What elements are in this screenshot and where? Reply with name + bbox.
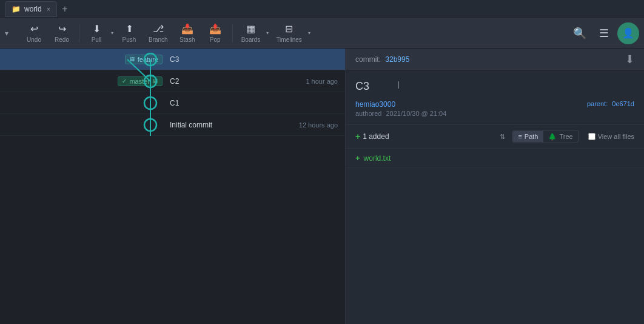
file-list: + world.txt <box>346 149 644 168</box>
timelines-label: Timelines <box>276 36 301 43</box>
redo-button[interactable]: ↪ Redo <box>49 20 75 47</box>
pull-icon: ⬇ <box>93 23 101 35</box>
commit-row-c3[interactable]: 🖥 feature C3 <box>0 49 345 70</box>
parent-hash: 0e671d <box>612 100 634 107</box>
search-icon: 🔍 <box>573 27 586 40</box>
commit-hash-label: commit: 32b995 <box>355 55 409 64</box>
parent-label: parent: <box>587 100 608 107</box>
master-computer-icon: 🖥 <box>152 78 158 84</box>
main-content: 🖥 feature C3 ✓ master 🖥 <box>0 49 644 324</box>
commit-message-c2: C2 <box>170 77 301 86</box>
pop-button[interactable]: 📤 Pop <box>202 20 229 47</box>
timelines-dropdown-arrow[interactable]: ▾ <box>307 20 312 47</box>
title-bar: 📁 world × + <box>0 0 644 18</box>
authored-label: authored <box>355 110 381 117</box>
download-button[interactable]: ⬇ <box>625 53 634 66</box>
commit-row-initial[interactable]: Initial commit 12 hours ago <box>0 114 345 136</box>
master-branch-label[interactable]: ✓ master 🖥 <box>118 76 163 86</box>
tab-close-button[interactable]: × <box>47 5 50 13</box>
graph-area-c3: 🖥 feature <box>0 55 170 64</box>
boards-label: Boards <box>241 36 261 43</box>
boards-group: ▦ Boards ▾ <box>236 20 270 47</box>
files-header: + 1 added ⇅ ≡ Path 🌲 Tree View all file <box>346 125 644 149</box>
path-label: Path <box>525 133 538 140</box>
commit-title-area: | C3 <box>355 80 634 93</box>
redo-icon: ↪ <box>58 23 66 35</box>
path-list-icon: ≡ <box>518 133 522 140</box>
commit-row-c2[interactable]: ✓ master 🖥 C2 1 hour ago <box>0 70 345 92</box>
avatar-icon: 👤 <box>622 27 634 39</box>
pull-group: ⬇ Pull ▾ <box>83 20 115 47</box>
boards-dropdown-arrow[interactable]: ▾ <box>265 20 270 47</box>
push-label: Push <box>122 36 136 43</box>
boards-button[interactable]: ▦ Boards <box>236 20 266 47</box>
branch-icon: ⎇ <box>153 23 164 35</box>
view-toggle: ≡ Path 🌲 Tree <box>512 130 578 143</box>
timelines-button[interactable]: ⊟ Timelines <box>271 20 306 47</box>
pull-dropdown-arrow[interactable]: ▾ <box>110 20 115 47</box>
path-view-button[interactable]: ≡ Path <box>513 131 543 142</box>
view-all-label[interactable]: View all files <box>588 133 634 140</box>
file-name: world.txt <box>364 154 391 163</box>
timelines-icon: ⊟ <box>285 23 293 35</box>
tree-label: Tree <box>559 133 572 140</box>
folder-icon: 📁 <box>12 5 21 13</box>
git-graph-container: 🖥 feature C3 ✓ master 🖥 <box>0 49 345 324</box>
menu-icon: ☰ <box>599 27 609 40</box>
toolbar: ▾ ↩ Undo ↪ Redo ⬇ Pull ▾ ⬆ Push ⎇ Branch… <box>0 18 644 49</box>
pull-button[interactable]: ⬇ Pull <box>83 20 110 47</box>
author-date-value: 2021/10/30 @ 21:04 <box>386 110 447 117</box>
commit-parent: parent: 0e671d <box>587 100 634 107</box>
tab-title: world <box>24 5 42 13</box>
commit-row-c1[interactable]: C1 <box>0 92 345 114</box>
commit-message-initial: Initial commit <box>170 121 294 129</box>
commit-message-c1: C1 <box>170 99 338 107</box>
world-tab[interactable]: 📁 world × <box>5 1 57 17</box>
branch-computer-icon: 🖥 <box>129 56 135 62</box>
commit-title: C3 <box>355 80 634 93</box>
push-button[interactable]: ⬆ Push <box>116 20 143 47</box>
branch-selector-arrow[interactable]: ▾ <box>5 24 17 42</box>
commit-message-c3: C3 <box>170 55 338 64</box>
undo-button[interactable]: ↩ Undo <box>21 20 47 47</box>
stash-button[interactable]: 📥 Stash <box>174 20 201 47</box>
tab-strip: 📁 world × + <box>5 1 70 17</box>
file-item-world-txt[interactable]: + world.txt <box>346 149 644 168</box>
chevron-down-icon: ▾ <box>5 29 8 38</box>
timelines-group: ⊟ Timelines ▾ <box>271 20 311 47</box>
feature-label-text: feature <box>138 56 158 63</box>
pop-icon: 📤 <box>209 23 221 35</box>
left-panel: 🖥 feature C3 ✓ master 🖥 <box>0 49 346 324</box>
right-panel: commit: 32b995 ⬇ | C3 hemiao3000 authore… <box>346 49 644 324</box>
commit-label-text: commit: <box>355 55 381 64</box>
branch-label: Branch <box>149 36 168 43</box>
stash-label: Stash <box>179 36 195 43</box>
boards-icon: ▦ <box>246 23 255 35</box>
menu-button[interactable]: ☰ <box>593 22 615 44</box>
checkmark-icon: ✓ <box>122 78 127 84</box>
sort-icon: ⇅ <box>500 133 505 141</box>
commit-time-initial: 12 hours ago <box>299 121 338 129</box>
avatar-button[interactable]: 👤 <box>617 22 639 44</box>
author-name: hemiao3000 <box>355 100 446 109</box>
add-tab-button[interactable]: + <box>59 4 70 15</box>
commit-detail: | C3 hemiao3000 authored 2021/10/30 @ 21… <box>346 70 644 125</box>
commit-header: commit: 32b995 ⬇ <box>346 49 644 70</box>
sort-button[interactable]: ⇅ <box>497 132 508 142</box>
toolbar-right: 🔍 ☰ 👤 <box>569 22 639 44</box>
commit-meta: hemiao3000 authored 2021/10/30 @ 21:04 p… <box>355 100 634 117</box>
tree-view-button[interactable]: 🌲 Tree <box>543 131 577 143</box>
divider-1 <box>79 24 79 42</box>
commit-time-c2: 1 hour ago <box>306 78 338 85</box>
feature-branch-label[interactable]: 🖥 feature <box>125 55 163 64</box>
push-icon: ⬆ <box>126 23 133 35</box>
view-all-text: View all files <box>598 133 634 140</box>
undo-icon: ↩ <box>30 23 38 35</box>
branch-button[interactable]: ⎇ Branch <box>144 20 173 47</box>
pop-label: Pop <box>210 36 221 43</box>
graph-area-c2: ✓ master 🖥 <box>0 76 170 86</box>
redo-label: Redo <box>55 36 69 43</box>
search-button[interactable]: 🔍 <box>569 22 591 44</box>
view-all-checkbox[interactable] <box>588 133 595 140</box>
tree-icon: 🌲 <box>548 133 557 141</box>
